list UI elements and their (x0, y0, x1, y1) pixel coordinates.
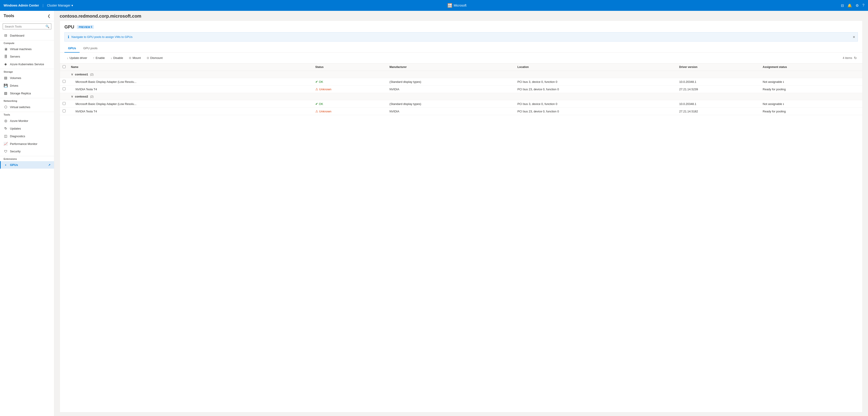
mount-button[interactable]: ⊙ Mount (126, 55, 143, 61)
cell-driver-version: 10.0.20348.1 (677, 100, 760, 108)
sidebar-item-performance-monitor[interactable]: 📈 Performance Monitor (0, 140, 54, 148)
sidebar-item-dashboard[interactable]: ⊟ Dashboard (0, 32, 54, 39)
sidebar-header: Tools ❮ (0, 11, 54, 21)
table-body: ∨ contoso1 (2) Microsoft Basic Display A… (60, 71, 862, 115)
cell-location: PCI bus 3, device 0, function 0 (515, 100, 677, 108)
dismount-button[interactable]: ⊙ Dismount (144, 55, 165, 61)
content-panel: GPU PREVIEW ℹ ℹ Navigate to GPU pools to… (60, 21, 863, 412)
sidebar-item-label: Azure Kubernetes Service (10, 63, 44, 66)
microsoft-logo: 🪟 (447, 3, 452, 8)
cell-manufacturer: NVIDIA (387, 85, 515, 93)
status-icon: ✔ (315, 102, 318, 106)
toolbar: ↓ Update driver ↑ Enable ↓ Disable ⊙ Mou… (60, 53, 862, 63)
th-name: Name (68, 63, 313, 71)
cell-status: ✔ OK (313, 78, 387, 85)
select-all-checkbox[interactable] (63, 65, 66, 68)
cell-status: ✔ OK (313, 100, 387, 108)
group-toggle-icon[interactable]: ∨ (71, 73, 73, 76)
items-count: 4 items (843, 56, 852, 60)
mount-label: Mount (132, 56, 141, 60)
th-driver-version: Driver version (677, 63, 760, 71)
assignment-info-icon[interactable]: ℹ (783, 103, 784, 105)
search-box[interactable]: 🔍 (3, 24, 51, 29)
section-label-storage: Storage (0, 69, 54, 74)
group-count: (2) (90, 95, 94, 98)
azure-monitor-icon: ◎ (4, 119, 8, 123)
virtual-machines-icon: 🖥 (4, 47, 8, 51)
help-icon[interactable]: ? (862, 3, 864, 7)
search-input[interactable] (5, 25, 44, 28)
cell-driver-version: 27.21.14.5182 (677, 108, 760, 115)
enable-button[interactable]: ↑ Enable (91, 55, 107, 61)
row-check-cell (60, 108, 68, 115)
refresh-button[interactable]: ↻ (853, 55, 858, 61)
sidebar-item-servers[interactable]: 🗄 Servers (0, 53, 54, 60)
sidebar-item-gpus[interactable]: ▪ GPUs ↗ (0, 161, 54, 169)
row-checkbox[interactable] (63, 102, 66, 105)
gpus-icon: ▪ (4, 163, 8, 167)
sidebar-item-label: Diagnostics (10, 135, 25, 138)
cell-manufacturer: (Standard display types) (387, 78, 515, 85)
dashboard-icon: ⊟ (4, 33, 8, 37)
info-banner: ℹ Navigate to GPU pools to assign VMs to… (64, 32, 858, 41)
group-row-contoso1[interactable]: ∨ contoso1 (2) (60, 71, 862, 78)
tab-gpu-pools[interactable]: GPU pools (80, 44, 101, 53)
preview-info-icon[interactable]: ℹ (91, 26, 92, 29)
status-text: Unknown (319, 88, 331, 91)
security-icon: 🛡 (4, 149, 8, 153)
th-location: Location (515, 63, 677, 71)
tabs-bar: GPUs GPU pools (60, 44, 862, 53)
info-banner-text: Navigate to GPU pools to assign VMs to G… (71, 35, 132, 39)
sidebar-item-virtual-machines[interactable]: 🖥 Virtual machines (0, 45, 54, 53)
sidebar-item-volumes[interactable]: ▤ Volumes (0, 74, 54, 82)
sidebar-item-azure-monitor[interactable]: ◎ Azure Monitor (0, 117, 54, 125)
table-row[interactable]: NVIDIA Tesla T4 ⚠ Unknown NVIDIA PCI bus… (60, 108, 862, 115)
sidebar-item-label: Virtual machines (10, 47, 32, 51)
th-checkbox (60, 63, 68, 71)
group-row-contoso2[interactable]: ∨ contoso2 (2) (60, 93, 862, 100)
sidebar-item-security[interactable]: 🛡 Security (0, 148, 54, 155)
group-label: ∨ contoso1 (2) (68, 71, 862, 78)
sidebar-collapse-button[interactable]: ❮ (48, 14, 51, 18)
microsoft-label: Microsoft (454, 4, 467, 7)
topbar-separator: | (42, 4, 43, 7)
sidebar-item-storage-replica[interactable]: ▧ Storage Replica (0, 90, 54, 97)
row-checkbox[interactable] (63, 80, 66, 83)
table-row[interactable]: Microsoft Basic Display Adapter (Low Res… (60, 78, 862, 85)
update-driver-button[interactable]: ↓ Update driver (64, 55, 90, 61)
status-text: Unknown (319, 110, 331, 113)
sidebar-item-drives[interactable]: 💾 Drives (0, 82, 54, 90)
storage-replica-icon: ▧ (4, 91, 8, 95)
updates-icon: ↻ (4, 127, 8, 131)
update-driver-label: Update driver (70, 56, 87, 60)
volumes-icon: ▤ (4, 76, 8, 80)
settings-icon[interactable]: ⚙ (856, 3, 859, 8)
row-checkbox[interactable] (63, 88, 66, 90)
topbar: Windows Admin Center | Cluster Manager ▾… (0, 0, 868, 11)
disable-button[interactable]: ↓ Disable (108, 55, 126, 61)
row-check-cell (60, 78, 68, 85)
cell-assignment-status: Not assignableℹ (760, 78, 862, 85)
row-checkbox[interactable] (63, 109, 66, 112)
sidebar-item-updates[interactable]: ↻ Updates (0, 125, 54, 132)
cluster-manager-menu[interactable]: Cluster Manager ▾ (47, 4, 73, 7)
mount-icon: ⊙ (129, 56, 131, 60)
enable-label: Enable (96, 56, 105, 60)
sidebar-item-diagnostics[interactable]: ◫ Diagnostics (0, 132, 54, 140)
cell-location: PCI bus 23, device 0, function 0 (515, 85, 677, 93)
group-toggle-icon[interactable]: ∨ (71, 95, 73, 98)
th-manufacturer: Manufacturer (387, 63, 515, 71)
cell-manufacturer: NVIDIA (387, 108, 515, 115)
tab-gpus[interactable]: GPUs (64, 44, 80, 53)
minimize-icon[interactable]: ⊟ (841, 3, 844, 8)
table-row[interactable]: Microsoft Basic Display Adapter (Low Res… (60, 100, 862, 108)
status-icon: ⚠ (315, 109, 318, 113)
sidebar-item-virtual-switches[interactable]: ⬡ Virtual switches (0, 103, 54, 111)
assignment-info-icon[interactable]: ℹ (783, 80, 784, 83)
sidebar-item-azure-kubernetes[interactable]: ◈ Azure Kubernetes Service (0, 60, 54, 68)
table-container: Name Status Manufacturer Location Driver… (60, 63, 862, 412)
dismount-icon: ⊙ (147, 56, 149, 60)
close-banner-button[interactable]: ✕ (852, 35, 855, 39)
notification-icon[interactable]: 🔔 (847, 3, 852, 8)
table-row[interactable]: NVIDIA Tesla T4 ⚠ Unknown NVIDIA PCI bus… (60, 85, 862, 93)
